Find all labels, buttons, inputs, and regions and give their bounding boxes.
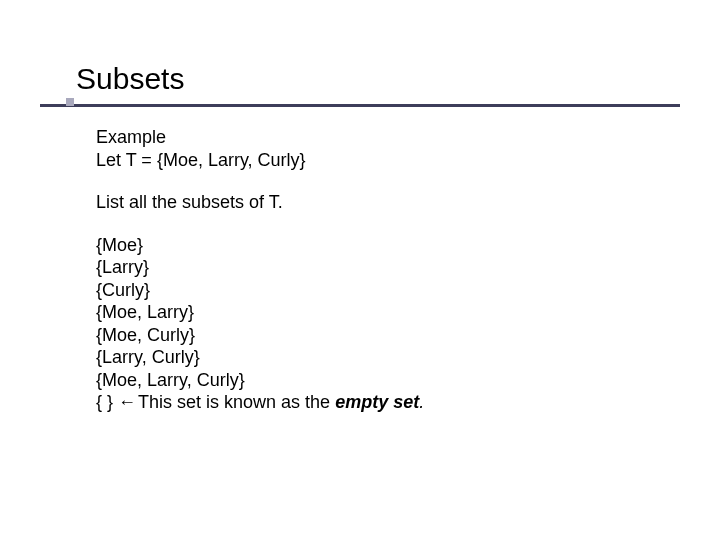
set-definition: Let T = {Moe, Larry, Curly} [96,149,656,172]
list-item: {Moe, Larry, Curly} [96,369,656,392]
empty-set-note-prefix: This set is known as the [138,392,335,412]
arrow-left-icon: ← [118,391,138,414]
list-item: {Moe, Curly} [96,324,656,347]
list-item: {Larry, Curly} [96,346,656,369]
title-bullet-icon [66,98,74,106]
empty-set-term: empty set [335,392,419,412]
spacer [96,214,656,234]
empty-set-period: . [419,392,424,412]
list-item: {Moe, Larry} [96,301,656,324]
example-label: Example [96,126,656,149]
slide-body: Example Let T = {Moe, Larry, Curly} List… [96,126,656,414]
empty-set-braces: { } [96,392,113,412]
slide: Subsets Example Let T = {Moe, Larry, Cur… [0,0,720,540]
empty-set-line: { } ←This set is known as the empty set. [96,391,656,414]
list-item: {Curly} [96,279,656,302]
list-item: {Moe} [96,234,656,257]
slide-title: Subsets [76,62,184,96]
list-item: {Larry} [96,256,656,279]
prompt-text: List all the subsets of T. [96,191,656,214]
spacer [96,171,656,191]
subset-list: {Moe} {Larry} {Curly} {Moe, Larry} {Moe,… [96,234,656,414]
title-underline [40,104,680,107]
